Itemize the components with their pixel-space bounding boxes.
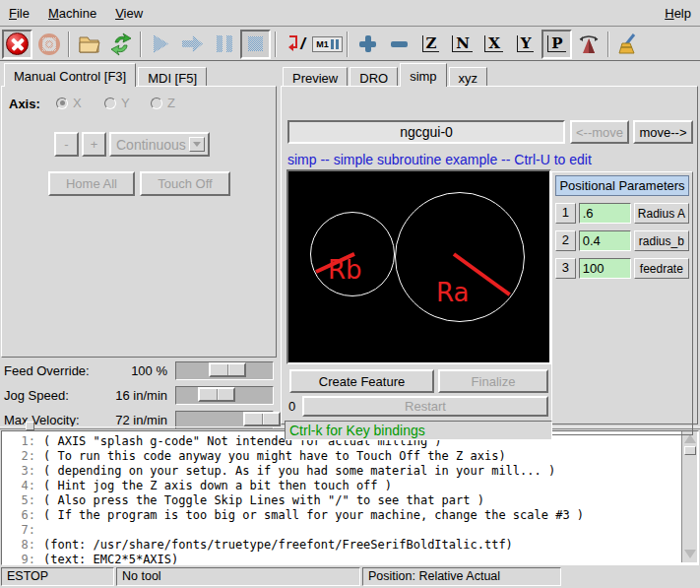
menu-help[interactable]: Help	[665, 6, 691, 21]
param-name: feedrate	[634, 258, 689, 279]
pause-button[interactable]	[209, 30, 239, 59]
param-row: 2 radius_b	[555, 230, 689, 251]
gcode-line: 6:( If the program is too big or small f…	[2, 508, 680, 523]
param-value-input[interactable]	[579, 230, 631, 251]
param-number: 2	[555, 230, 576, 251]
tab-mdi[interactable]: MDI [F5]	[138, 67, 207, 87]
toolbar-separator	[607, 32, 609, 57]
jog-mode-combobox[interactable]: Continuous	[109, 132, 210, 157]
view-y-button[interactable]: Y	[510, 30, 541, 59]
gcode-line: 8:(font: /usr/share/fonts/truetype/freef…	[2, 538, 680, 553]
restart-button[interactable]: Restart	[302, 396, 548, 417]
toolbar-separator	[275, 32, 277, 57]
radio-dot	[104, 98, 116, 109]
finalize-button[interactable]: Finalize	[438, 369, 548, 393]
jog-speed-slider[interactable]	[175, 386, 274, 405]
status-bar: ESTOP No tool Position: Relative Actual	[0, 566, 700, 588]
optional-stop-button[interactable]: M1	[312, 30, 343, 59]
tab-manual-control[interactable]: Manual Control [F3]	[4, 63, 136, 87]
chevron-down-icon	[189, 137, 205, 152]
machine-power-button[interactable]	[33, 30, 64, 59]
menu-bar: File Machine View Help	[0, 0, 700, 27]
subroutine-preview-canvas: Rb Ra	[288, 171, 549, 362]
tab-xyz[interactable]: xyz	[449, 67, 488, 87]
view-perspective-icon: P	[547, 35, 565, 52]
scroll-up-icon[interactable]	[684, 434, 696, 443]
home-all-button[interactable]: Home All	[48, 171, 135, 196]
param-value-input[interactable]	[579, 258, 631, 279]
toolbar: / M1 Z N X Y P	[0, 28, 700, 61]
tab-simp[interactable]: simp	[400, 63, 446, 87]
scrollbar-thumb[interactable]	[684, 446, 696, 455]
ngcgui-name-entry[interactable]	[287, 120, 565, 144]
view-z2-button[interactable]: N	[447, 30, 477, 59]
menu-view[interactable]: View	[115, 6, 143, 21]
toolbar-separator	[68, 32, 70, 57]
menu-file[interactable]: File	[9, 6, 30, 21]
status-machine-state: ESTOP	[1, 567, 114, 586]
feed-override-row: Feed Override: 100 %	[0, 360, 279, 382]
restart-count: 0	[288, 399, 295, 414]
subroutine-description: simp -- simple subroutine example -- Ctr…	[287, 152, 592, 167]
move-left-button[interactable]: <--move	[570, 120, 629, 144]
move-right-button[interactable]: move-->	[633, 120, 693, 144]
machine-power-icon	[38, 33, 60, 55]
view-z-icon: Z	[422, 35, 440, 52]
gcode-scrollbar[interactable]	[681, 431, 697, 562]
preview-canvas-frame: Rb Ra	[286, 169, 551, 364]
pane-divider-grip[interactable]	[26, 422, 34, 430]
status-tool: No tool	[116, 567, 360, 586]
estop-button[interactable]	[2, 30, 32, 59]
jog-speed-row: Jog Speed: 16 in/min	[0, 385, 279, 407]
toolbar-separator	[347, 32, 349, 57]
feed-override-slider[interactable]	[175, 361, 274, 380]
param-row: 1 Radius A	[555, 203, 689, 224]
menu-machine[interactable]: Machine	[48, 6, 96, 21]
rotate-cone-icon	[577, 33, 601, 56]
positional-parameters-frame: Positional Parameters 1 Radius A 2 radiu…	[551, 171, 693, 435]
toggle-skip-lines-button[interactable]: /	[281, 30, 311, 59]
open-file-button[interactable]	[74, 30, 104, 59]
slider-thumb[interactable]	[198, 387, 235, 402]
clear-plot-button[interactable]	[613, 30, 644, 59]
touch-off-button[interactable]: Touch Off	[140, 171, 230, 196]
jog-minus-button[interactable]: -	[54, 132, 79, 157]
run-button[interactable]	[146, 30, 176, 59]
view-x-button[interactable]: X	[478, 30, 509, 59]
stop-icon	[248, 36, 263, 51]
radio-dot	[151, 98, 162, 109]
keybindings-hint: Ctrl-k for Key bindings	[285, 421, 552, 440]
view-perspective-button[interactable]: P	[541, 30, 572, 59]
param-number: 1	[555, 203, 576, 224]
manual-control-panel: Manual Control [F3] MDI [F5] Axis: X Y Z…	[0, 61, 279, 426]
axis-radio-z[interactable]: Z	[151, 96, 175, 110]
axis-radio-y[interactable]: Y	[104, 96, 130, 110]
gcode-line: 7:	[2, 523, 680, 538]
optional-stop-icon: M1	[312, 36, 343, 52]
zoom-out-button[interactable]	[384, 30, 414, 59]
jog-plus-button[interactable]: +	[82, 132, 106, 157]
slider-thumb[interactable]	[243, 412, 281, 426]
zoom-in-button[interactable]	[352, 30, 383, 59]
tab-dro[interactable]: DRO	[350, 67, 398, 87]
step-button[interactable]	[177, 30, 208, 59]
axis-radio-x[interactable]: X	[56, 96, 82, 110]
gcode-text-area[interactable]: 1:( AXIS "splash g-code" Not intended fo…	[1, 430, 699, 565]
view-y-icon: Y	[517, 35, 535, 52]
scroll-down-icon[interactable]	[684, 550, 696, 558]
view-z2-icon: N	[452, 35, 473, 52]
reload-button[interactable]	[105, 30, 136, 59]
open-folder-icon	[78, 33, 101, 55]
param-value-input[interactable]	[579, 203, 631, 224]
positional-parameters-header: Positional Parameters	[555, 175, 689, 196]
estop-icon	[6, 33, 29, 55]
rotate-view-button[interactable]	[573, 30, 604, 59]
slider-thumb[interactable]	[209, 362, 246, 377]
zoom-out-icon	[391, 41, 408, 47]
stop-button[interactable]	[240, 30, 271, 59]
create-feature-button[interactable]: Create Feature	[289, 369, 434, 393]
tab-preview[interactable]: Preview	[283, 67, 348, 87]
view-z-button[interactable]: Z	[415, 30, 446, 59]
left-tabs: Manual Control [F3] MDI [F5]	[4, 63, 209, 87]
run-icon	[154, 35, 168, 53]
